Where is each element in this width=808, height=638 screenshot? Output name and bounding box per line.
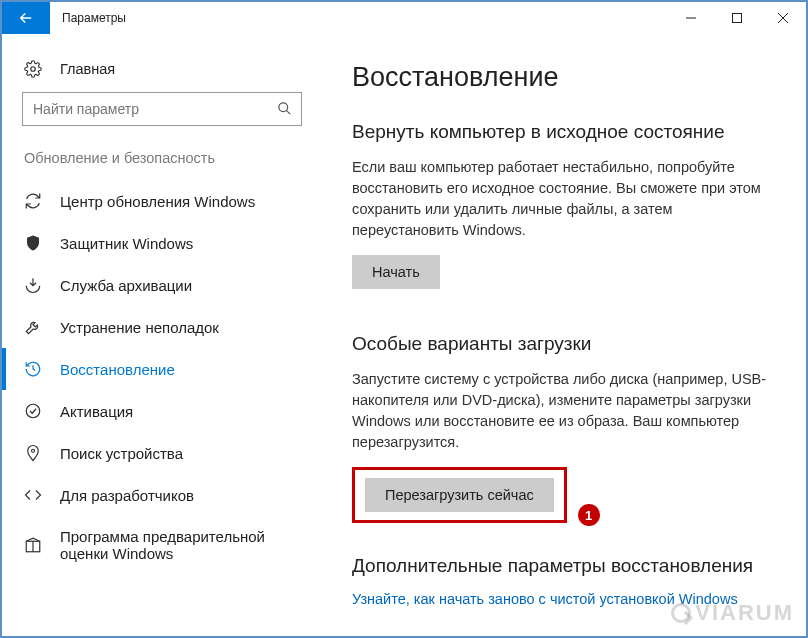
code-icon bbox=[24, 486, 42, 504]
section-heading-reset: Вернуть компьютер в исходное состояние bbox=[352, 121, 782, 143]
sidebar-item-troubleshoot[interactable]: Устранение неполадок bbox=[2, 306, 322, 348]
restart-now-button[interactable]: Перезагрузить сейчас bbox=[365, 478, 554, 512]
gear-icon bbox=[24, 60, 42, 78]
sidebar-item-label: Поиск устройства bbox=[60, 445, 183, 462]
svg-point-8 bbox=[32, 449, 35, 452]
back-button[interactable] bbox=[2, 2, 50, 34]
sync-icon bbox=[24, 192, 42, 210]
location-icon bbox=[24, 444, 42, 462]
section-heading-advanced-startup: Особые варианты загрузки bbox=[352, 333, 782, 355]
sidebar-item-windows-update[interactable]: Центр обновления Windows bbox=[2, 180, 322, 222]
sidebar-item-developers[interactable]: Для разработчиков bbox=[2, 474, 322, 516]
window-title: Параметры bbox=[50, 2, 138, 34]
sidebar-item-label: Программа предварительной оценки Windows bbox=[60, 528, 302, 562]
minimize-button[interactable] bbox=[668, 2, 714, 34]
sidebar-item-label: Для разработчиков bbox=[60, 487, 194, 504]
maximize-button[interactable] bbox=[714, 2, 760, 34]
sidebar-item-label: Центр обновления Windows bbox=[60, 193, 255, 210]
check-circle-icon bbox=[24, 402, 42, 420]
search-icon bbox=[277, 101, 292, 120]
svg-point-4 bbox=[31, 67, 36, 72]
svg-line-6 bbox=[286, 110, 290, 114]
home-button[interactable]: Главная bbox=[2, 50, 322, 92]
home-label: Главная bbox=[60, 61, 115, 77]
sidebar-item-recovery[interactable]: Восстановление bbox=[2, 348, 322, 390]
section-heading-more-recovery: Дополнительные параметры восстановления bbox=[352, 555, 782, 577]
sidebar-item-defender[interactable]: Защитник Windows bbox=[2, 222, 322, 264]
titlebar: Параметры bbox=[2, 2, 806, 34]
close-button[interactable] bbox=[760, 2, 806, 34]
sidebar-item-label: Устранение неполадок bbox=[60, 319, 219, 336]
package-icon bbox=[24, 536, 42, 554]
search-input[interactable] bbox=[22, 92, 302, 126]
wrench-icon bbox=[24, 318, 42, 336]
sidebar-item-insider[interactable]: Программа предварительной оценки Windows bbox=[2, 516, 322, 574]
sidebar-item-backup[interactable]: Служба архивации bbox=[2, 264, 322, 306]
section-header: Обновление и безопасность bbox=[2, 150, 322, 180]
svg-point-7 bbox=[26, 404, 40, 418]
sidebar-item-label: Восстановление bbox=[60, 361, 175, 378]
history-icon bbox=[24, 360, 42, 378]
sidebar-item-activation[interactable]: Активация bbox=[2, 390, 322, 432]
sidebar-item-label: Активация bbox=[60, 403, 133, 420]
page-title: Восстановление bbox=[352, 62, 782, 93]
sidebar-item-label: Защитник Windows bbox=[60, 235, 193, 252]
backup-icon bbox=[24, 276, 42, 294]
reset-start-button[interactable]: Начать bbox=[352, 255, 440, 289]
annotation-highlight: Перезагрузить сейчас 1 bbox=[352, 467, 567, 523]
annotation-badge: 1 bbox=[578, 504, 600, 526]
search-wrap bbox=[22, 92, 302, 126]
svg-rect-1 bbox=[733, 14, 742, 23]
section-body-advanced-startup: Запустите систему с устройства либо диск… bbox=[352, 369, 772, 453]
sidebar-item-find-device[interactable]: Поиск устройства bbox=[2, 432, 322, 474]
svg-point-5 bbox=[279, 103, 288, 112]
main-content: Восстановление Вернуть компьютер в исход… bbox=[322, 34, 806, 636]
shield-icon bbox=[24, 234, 42, 252]
section-body-reset: Если ваш компьютер работает нестабильно,… bbox=[352, 157, 772, 241]
fresh-start-link[interactable]: Узнайте, как начать заново с чистой уста… bbox=[352, 591, 782, 607]
sidebar-item-label: Служба архивации bbox=[60, 277, 192, 294]
sidebar: Главная Обновление и безопасность Центр … bbox=[2, 34, 322, 636]
